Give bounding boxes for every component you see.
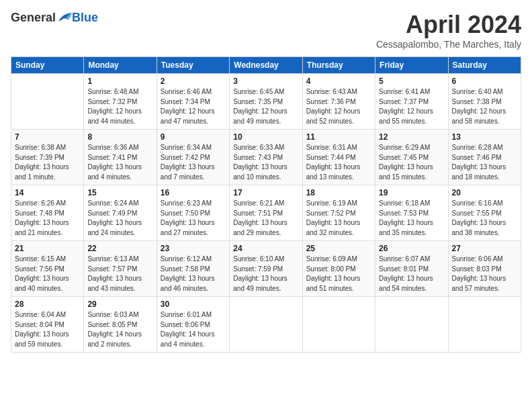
day-number: 24 [233,244,298,253]
day-info: Sunrise: 6:13 AMSunset: 7:57 PMDaylight:… [87,255,152,293]
calendar-cell: 10Sunrise: 6:33 AMSunset: 7:43 PMDayligh… [230,130,302,185]
calendar-week-row: 14Sunrise: 6:26 AMSunset: 7:48 PMDayligh… [11,185,521,241]
calendar-cell: 6Sunrise: 6:40 AMSunset: 7:38 PMDaylight… [448,74,521,130]
calendar-cell [448,297,521,353]
calendar-week-row: 1Sunrise: 6:48 AMSunset: 7:32 PMDaylight… [11,74,521,130]
day-info: Sunrise: 6:16 AMSunset: 7:55 PMDaylight:… [452,199,517,238]
calendar-cell: 20Sunrise: 6:16 AMSunset: 7:55 PMDayligh… [448,185,521,241]
calendar-cell: 28Sunrise: 6:04 AMSunset: 8:04 PMDayligh… [11,297,84,353]
calendar-cell: 22Sunrise: 6:13 AMSunset: 7:57 PMDayligh… [84,241,157,297]
calendar-day-header: Friday [375,57,448,74]
calendar-day-header: Saturday [448,57,521,74]
calendar-cell: 18Sunrise: 6:19 AMSunset: 7:52 PMDayligh… [302,185,375,241]
day-number: 5 [379,77,444,86]
day-info: Sunrise: 6:10 AMSunset: 7:59 PMDaylight:… [233,255,298,293]
calendar-table: SundayMondayTuesdayWednesdayThursdayFrid… [11,56,521,353]
calendar-week-row: 7Sunrise: 6:38 AMSunset: 7:39 PMDaylight… [11,130,521,185]
title-block: April 2024 Cessapalombo, The Marches, It… [376,11,521,50]
calendar-cell: 30Sunrise: 6:01 AMSunset: 8:06 PMDayligh… [157,297,229,353]
day-info: Sunrise: 6:07 AMSunset: 8:01 PMDaylight:… [379,255,444,293]
logo-general-text: General [11,11,56,25]
calendar-body: 1Sunrise: 6:48 AMSunset: 7:32 PMDaylight… [11,74,521,353]
day-number: 30 [161,300,226,309]
calendar-cell [11,74,84,130]
calendar-cell: 2Sunrise: 6:46 AMSunset: 7:34 PMDaylight… [157,74,229,130]
day-number: 6 [452,77,517,86]
calendar-week-row: 21Sunrise: 6:15 AMSunset: 7:56 PMDayligh… [11,241,521,297]
calendar-cell: 4Sunrise: 6:43 AMSunset: 7:36 PMDaylight… [302,74,375,130]
day-number: 13 [452,132,517,142]
day-info: Sunrise: 6:48 AMSunset: 7:32 PMDaylight:… [87,87,152,126]
calendar-cell: 27Sunrise: 6:06 AMSunset: 8:03 PMDayligh… [448,241,521,297]
day-info: Sunrise: 6:09 AMSunset: 8:00 PMDaylight:… [306,255,371,293]
calendar-day-header: Wednesday [230,57,302,74]
day-number: 14 [15,188,80,197]
calendar-cell: 13Sunrise: 6:28 AMSunset: 7:46 PMDayligh… [448,130,521,185]
calendar-cell: 26Sunrise: 6:07 AMSunset: 8:01 PMDayligh… [375,241,448,297]
calendar-cell: 1Sunrise: 6:48 AMSunset: 7:32 PMDaylight… [84,74,157,130]
day-number: 3 [233,77,298,86]
day-info: Sunrise: 6:01 AMSunset: 8:06 PMDaylight:… [161,310,226,349]
calendar-day-header: Monday [84,57,157,74]
day-info: Sunrise: 6:12 AMSunset: 7:58 PMDaylight:… [161,255,226,293]
day-number: 15 [87,188,152,197]
day-info: Sunrise: 6:41 AMSunset: 7:37 PMDaylight:… [379,87,444,126]
calendar-cell [375,297,448,353]
day-info: Sunrise: 6:23 AMSunset: 7:50 PMDaylight:… [161,199,226,238]
calendar-cell: 12Sunrise: 6:29 AMSunset: 7:45 PMDayligh… [375,130,448,185]
calendar-header-row: SundayMondayTuesdayWednesdayThursdayFrid… [11,57,521,74]
day-info: Sunrise: 6:31 AMSunset: 7:44 PMDaylight:… [306,143,371,182]
calendar-cell: 23Sunrise: 6:12 AMSunset: 7:58 PMDayligh… [157,241,229,297]
day-info: Sunrise: 6:34 AMSunset: 7:42 PMDaylight:… [161,143,226,182]
day-info: Sunrise: 6:43 AMSunset: 7:36 PMDaylight:… [306,87,371,126]
day-number: 27 [452,244,517,253]
day-number: 28 [15,300,80,309]
day-info: Sunrise: 6:46 AMSunset: 7:34 PMDaylight:… [161,87,226,126]
day-number: 18 [306,188,371,197]
calendar-cell: 16Sunrise: 6:23 AMSunset: 7:50 PMDayligh… [157,185,229,241]
calendar-cell [230,297,302,353]
calendar-cell: 25Sunrise: 6:09 AMSunset: 8:00 PMDayligh… [302,241,375,297]
day-info: Sunrise: 6:24 AMSunset: 7:49 PMDaylight:… [87,199,152,238]
day-number: 23 [161,244,226,253]
calendar-cell: 5Sunrise: 6:41 AMSunset: 7:37 PMDaylight… [375,74,448,130]
day-number: 4 [306,77,371,86]
day-number: 1 [87,77,152,86]
calendar-cell: 3Sunrise: 6:45 AMSunset: 7:35 PMDaylight… [230,74,302,130]
logo-blue-text: Blue [72,11,98,25]
day-number: 8 [87,132,152,142]
day-info: Sunrise: 6:28 AMSunset: 7:46 PMDaylight:… [452,143,517,182]
day-info: Sunrise: 6:03 AMSunset: 8:05 PMDaylight:… [87,310,152,349]
day-info: Sunrise: 6:06 AMSunset: 8:03 PMDaylight:… [452,255,517,293]
day-number: 2 [161,77,226,86]
day-info: Sunrise: 6:15 AMSunset: 7:56 PMDaylight:… [15,255,80,293]
day-number: 10 [233,132,298,142]
day-info: Sunrise: 6:40 AMSunset: 7:38 PMDaylight:… [452,87,517,126]
day-info: Sunrise: 6:45 AMSunset: 7:35 PMDaylight:… [233,87,298,126]
calendar-day-header: Thursday [302,57,375,74]
calendar-cell [302,297,375,353]
calendar-cell: 8Sunrise: 6:36 AMSunset: 7:41 PMDaylight… [84,130,157,185]
day-number: 20 [452,188,517,197]
day-info: Sunrise: 6:04 AMSunset: 8:04 PMDaylight:… [15,310,80,349]
location: Cessapalombo, The Marches, Italy [376,39,521,50]
day-number: 9 [161,132,226,142]
day-number: 17 [233,188,298,197]
day-info: Sunrise: 6:19 AMSunset: 7:52 PMDaylight:… [306,199,371,238]
calendar-day-header: Sunday [11,57,84,74]
day-info: Sunrise: 6:21 AMSunset: 7:51 PMDaylight:… [233,199,298,238]
day-number: 26 [379,244,444,253]
logo: General Blue [11,11,98,25]
day-number: 22 [87,244,152,253]
day-info: Sunrise: 6:33 AMSunset: 7:43 PMDaylight:… [233,143,298,182]
day-number: 11 [306,132,371,142]
calendar-cell: 15Sunrise: 6:24 AMSunset: 7:49 PMDayligh… [84,185,157,241]
calendar-day-header: Tuesday [157,57,229,74]
calendar-cell: 9Sunrise: 6:34 AMSunset: 7:42 PMDaylight… [157,130,229,185]
day-number: 19 [379,188,444,197]
day-number: 16 [161,188,226,197]
day-info: Sunrise: 6:18 AMSunset: 7:53 PMDaylight:… [379,199,444,238]
month-title: April 2024 [376,11,521,39]
calendar-cell: 14Sunrise: 6:26 AMSunset: 7:48 PMDayligh… [11,185,84,241]
day-info: Sunrise: 6:29 AMSunset: 7:45 PMDaylight:… [379,143,444,182]
